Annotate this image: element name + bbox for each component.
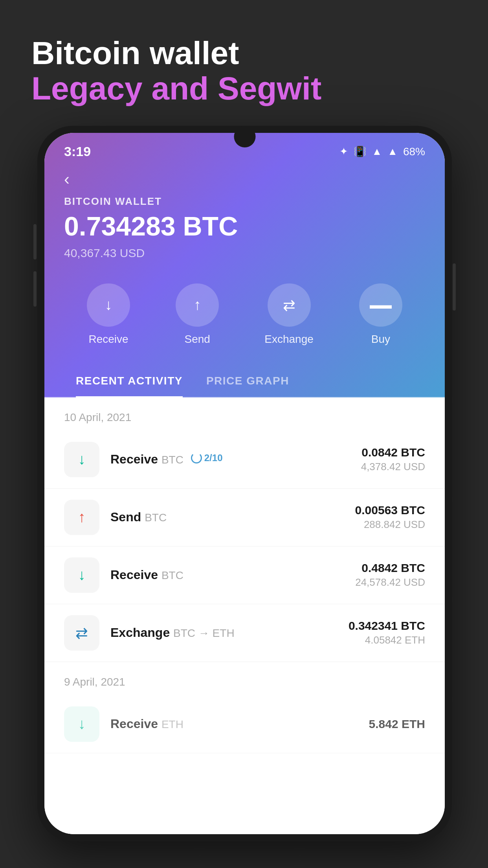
title-line2: Legacy and Segwit	[31, 71, 321, 106]
tx-amounts-4: 0.342341 BTC 4.05842 ETH	[349, 619, 425, 646]
wallet-balance: 0.734283 BTC	[64, 211, 425, 241]
send-icon-circle: ↑	[176, 283, 219, 327]
tx-icon-wrap-3: ↓	[64, 557, 99, 593]
wallet-label: BITCOIN WALLET	[64, 195, 425, 208]
tab-recent-activity[interactable]: RECENT ACTIVITY	[64, 365, 194, 397]
transaction-row-4[interactable]: ⇄ Exchange BTC → ETH 0.342341 BTC 4.0584…	[44, 604, 445, 662]
action-buttons: ↓ Receive ↑ Send ⇄	[44, 276, 445, 365]
phone-outer: 3:19 ✦ 📳 ▲ ▲ 68% ‹	[37, 126, 452, 841]
tx-crypto-amount-4: 0.342341 BTC	[349, 619, 425, 633]
date-section-april-10: 10 April, 2021	[44, 397, 445, 431]
send-arrow-icon: ↑	[78, 509, 86, 526]
tx-info-5: Receive ETH	[110, 717, 369, 731]
tx-title-5: Receive ETH	[110, 717, 183, 731]
date-label-april-9: 9 April, 2021	[64, 676, 125, 688]
exchange-icon: ⇄	[283, 296, 295, 314]
vibrate-icon: 📳	[354, 145, 366, 158]
exchange-icon-circle: ⇄	[268, 283, 311, 327]
send-icon: ↑	[194, 296, 201, 313]
back-arrow-icon: ‹	[64, 170, 70, 188]
exchange-label: Exchange	[264, 333, 314, 346]
tx-title-3: Receive BTC	[110, 568, 183, 582]
exchange-arrows-icon: ⇄	[75, 624, 88, 642]
tab-price-graph[interactable]: PRICE GRAPH	[194, 365, 301, 397]
transaction-row-1[interactable]: ↓ Receive BTC 2/10	[44, 431, 445, 489]
transaction-row-5[interactable]: ↓ Receive ETH 5.842 ETH	[44, 695, 445, 753]
date-label-april-10: 10 April, 2021	[64, 411, 131, 423]
tx-title-1: Receive BTC 2/10	[110, 452, 222, 466]
power-button	[453, 263, 456, 311]
phone-notch	[234, 126, 255, 147]
tx-usd-amount-3: 24,578.42 USD	[355, 576, 425, 588]
receive-button[interactable]: ↓ Receive	[87, 283, 130, 346]
phone-screen: 3:19 ✦ 📳 ▲ ▲ 68% ‹	[44, 133, 445, 834]
volume-down-button	[33, 271, 37, 307]
tx-amounts-5: 5.842 ETH	[369, 717, 425, 731]
receive-label: Receive	[88, 333, 128, 346]
tabs: RECENT ACTIVITY PRICE GRAPH	[44, 365, 445, 397]
receive-arrow-icon: ↓	[78, 451, 86, 468]
bluetooth-icon: ✦	[339, 145, 348, 158]
signal-icon: ▲	[387, 145, 398, 158]
tx-title-4: Exchange BTC → ETH	[110, 625, 235, 640]
tx-amounts-3: 0.4842 BTC 24,578.42 USD	[355, 561, 425, 588]
volume-up-button	[33, 224, 37, 259]
tx-amounts-1: 0.0842 BTC 4,378.42 USD	[361, 446, 425, 473]
tx-crypto-amount-3: 0.4842 BTC	[355, 561, 425, 575]
tx-icon-wrap-2: ↑	[64, 500, 99, 535]
tx-usd-amount-4: 4.05842 ETH	[349, 634, 425, 646]
buy-button[interactable]: ▬▬ Buy	[359, 283, 402, 346]
buy-icon: ▬▬	[370, 299, 392, 311]
tx-icon-wrap-4: ⇄	[64, 615, 99, 651]
transaction-row-3[interactable]: ↓ Receive BTC 0.4842 BTC 24,578.42 USD	[44, 546, 445, 604]
tx-info-4: Exchange BTC → ETH	[110, 625, 349, 640]
buy-label: Buy	[371, 333, 390, 346]
loading-dot-icon	[191, 452, 202, 463]
screen-header: 3:19 ✦ 📳 ▲ ▲ 68% ‹	[44, 133, 445, 397]
tx-usd-amount-2: 288.842 USD	[355, 519, 425, 531]
tx-amounts-2: 0.00563 BTC 288.842 USD	[355, 504, 425, 531]
receive-icon: ↓	[105, 296, 112, 313]
date-section-april-9: 9 April, 2021	[44, 662, 445, 695]
phone-mockup: 3:19 ✦ 📳 ▲ ▲ 68% ‹	[37, 126, 452, 841]
tx-info-2: Send BTC	[110, 510, 355, 524]
buy-icon-circle: ▬▬	[359, 283, 402, 327]
tx-info-3: Receive BTC	[110, 568, 355, 582]
activity-list: 10 April, 2021 ↓ Receive BTC	[44, 397, 445, 834]
receive-eth-icon: ↓	[78, 715, 86, 732]
battery-level: 68%	[403, 145, 425, 158]
tx-icon-wrap-5: ↓	[64, 706, 99, 742]
tx-info-1: Receive BTC 2/10	[110, 452, 361, 467]
status-time: 3:19	[64, 144, 91, 159]
receive-arrow-icon-2: ↓	[78, 566, 86, 583]
wallet-info: BITCOIN WALLET 0.734283 BTC 40,367.43 US…	[44, 191, 445, 276]
tx-usd-amount-1: 4,378.42 USD	[361, 461, 425, 473]
wallet-usd: 40,367.43 USD	[64, 246, 425, 260]
send-label: Send	[184, 333, 210, 346]
status-icons: ✦ 📳 ▲ ▲ 68%	[339, 145, 425, 158]
send-button[interactable]: ↑ Send	[176, 283, 219, 346]
tx-crypto-amount-2: 0.00563 BTC	[355, 504, 425, 517]
tx-crypto-amount-5: 5.842 ETH	[369, 717, 425, 731]
title-line1: Bitcoin wallet	[31, 35, 321, 71]
tx-icon-wrap-1: ↓	[64, 442, 99, 477]
transaction-row-2[interactable]: ↑ Send BTC 0.00563 BTC 288.842 USD	[44, 489, 445, 546]
tx-crypto-amount-1: 0.0842 BTC	[361, 446, 425, 459]
tx-title-2: Send BTC	[110, 510, 167, 524]
app-screen: 3:19 ✦ 📳 ▲ ▲ 68% ‹	[44, 133, 445, 834]
wifi-icon: ▲	[372, 145, 382, 158]
tx-badge-1: 2/10	[191, 452, 223, 463]
page-title-area: Bitcoin wallet Legacy and Segwit	[31, 35, 321, 106]
back-button[interactable]: ‹	[44, 163, 445, 191]
receive-icon-circle: ↓	[87, 283, 130, 327]
exchange-button[interactable]: ⇄ Exchange	[264, 283, 314, 346]
